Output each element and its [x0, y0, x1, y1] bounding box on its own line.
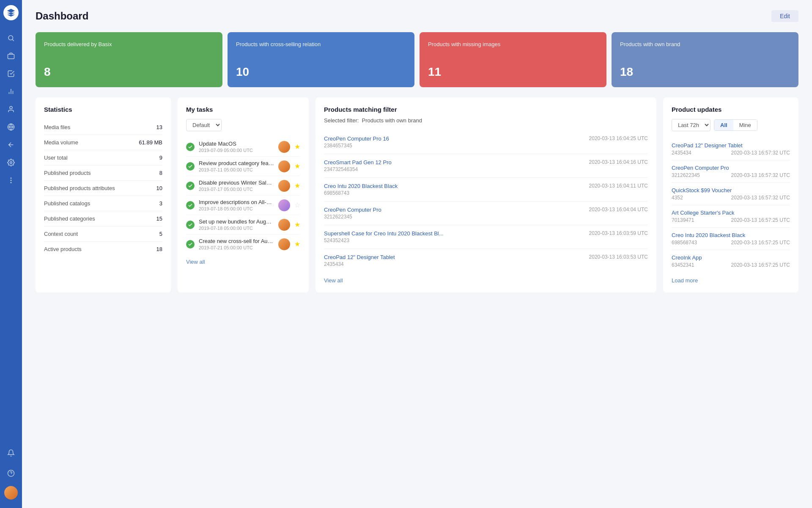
task-info-3: Improve descriptions on All-m... 2019-07… — [199, 199, 274, 211]
update-name-3[interactable]: Art College Starter's Pack — [672, 210, 790, 216]
products-view-all[interactable]: View all — [324, 277, 343, 284]
task-name-1[interactable]: Review product category featu... — [199, 160, 274, 166]
product-name-0[interactable]: CreoPen Computer Pro 16 — [324, 135, 389, 142]
sidebar-item-analytics[interactable] — [3, 84, 19, 99]
check-icon — [188, 203, 193, 208]
product-info-0: CreoPen Computer Pro 16 2384657345 — [324, 135, 389, 149]
sidebar-item-more[interactable] — [3, 173, 19, 188]
task-date-2: 2019-07-17 05:00:00 UTC — [199, 187, 274, 192]
load-more-link[interactable]: Load more — [672, 277, 698, 284]
more-icon — [7, 177, 15, 184]
stat-row-published-products: Published products 8 — [44, 166, 162, 181]
statistics-title: Statistics — [44, 106, 162, 113]
user-avatar[interactable] — [4, 486, 18, 500]
stat-card-delivered[interactable]: Products delivered by Basix 8 — [36, 32, 222, 87]
task-item-5: Create new cross-sell for Aug... 2019-07… — [186, 235, 300, 254]
update-meta-1: 3212622345 2020-03-13 16:57:32 UTC — [672, 172, 790, 178]
sidebar-item-search[interactable] — [3, 30, 19, 46]
stat-row-user-total-label: User total — [44, 155, 68, 161]
task-info-0: Update MacOS 2019-07-09 05:00:00 UTC — [199, 141, 274, 153]
task-name-3[interactable]: Improve descriptions on All-m... — [199, 199, 274, 205]
sidebar-item-users[interactable] — [3, 102, 19, 117]
task-star-5[interactable]: ★ — [294, 240, 300, 248]
stat-row-context-count-label: Context count — [44, 231, 78, 237]
update-name-1[interactable]: CreoPen Computer Pro — [672, 165, 790, 171]
updates-filter: Last 72h All Mine — [672, 119, 790, 131]
product-name-3[interactable]: CreoPen Computer Pro — [324, 207, 381, 213]
edit-button[interactable]: Edit — [771, 10, 798, 22]
product-row-3: CreoPen Computer Pro 3212622345 2020-03-… — [324, 202, 648, 225]
task-star-1[interactable]: ★ — [294, 162, 300, 170]
product-row-4: Supershell Case for Creo Intu 2020 Black… — [324, 225, 648, 249]
update-meta-4: 698568743 2020-03-13 16:57:25 UTC — [672, 240, 790, 246]
update-name-5[interactable]: CreoInk App — [672, 254, 790, 261]
task-check-5 — [186, 240, 195, 248]
task-filter-select[interactable]: Default — [186, 119, 222, 131]
stat-card-delivered-value: 8 — [44, 65, 214, 79]
stat-row-published-categories-value: 15 — [156, 215, 162, 222]
stat-card-cross-selling[interactable]: Products with cross-selling relation 10 — [228, 32, 414, 87]
tab-mine[interactable]: Mine — [733, 120, 757, 130]
task-star-0[interactable]: ★ — [294, 143, 300, 151]
task-avatar-2 — [278, 180, 290, 192]
task-name-0[interactable]: Update MacOS — [199, 141, 274, 147]
update-name-0[interactable]: CreoPad 12" Designer Tablet — [672, 142, 790, 149]
stat-card-own-brand[interactable]: Products with own brand 18 — [612, 32, 798, 87]
sidebar-item-settings[interactable] — [3, 155, 19, 170]
task-check-1 — [186, 162, 195, 171]
update-row-4: Creo Intu 2020 Blackest Black 698568743 … — [672, 228, 790, 250]
stat-row-published-products-value: 8 — [159, 170, 162, 176]
logo-icon — [6, 8, 16, 17]
tasks-title: My tasks — [186, 106, 300, 113]
statistics-rows: Media files 13 Media volume 61.89 MB Use… — [44, 120, 162, 257]
tab-all[interactable]: All — [714, 120, 733, 130]
user-icon — [7, 105, 15, 113]
tasks-view-all[interactable]: View all — [186, 259, 205, 265]
update-name-4[interactable]: Creo Intu 2020 Blackest Black — [672, 232, 790, 238]
update-row-5: CreoInk App 63452341 2020-03-13 16:57:25… — [672, 250, 790, 272]
sidebar-item-briefcase[interactable] — [3, 48, 19, 64]
product-name-5[interactable]: CreoPad 12" Designer Tablet — [324, 254, 395, 260]
main-content: Dashboard Edit Products delivered by Bas… — [22, 0, 812, 508]
product-name-4[interactable]: Supershell Case for Creo Intu 2020 Black… — [324, 230, 444, 237]
stat-card-missing-images[interactable]: Products with missing images 11 — [420, 32, 606, 87]
update-name-2[interactable]: QuickStock $99 Voucher — [672, 187, 790, 193]
stat-card-delivered-label: Products delivered by Basix — [44, 41, 214, 48]
sidebar-item-bell[interactable] — [3, 445, 19, 461]
task-name-4[interactable]: Set up new bundles for Augus... — [199, 218, 274, 225]
product-name-1[interactable]: CreoSmart Pad Gen 12 Pro — [324, 159, 392, 166]
product-updates-panel: Product updates Last 72h All Mine CreoPa… — [663, 97, 798, 293]
check-icon — [188, 242, 193, 247]
task-star-3[interactable]: ☆ — [294, 201, 300, 209]
svg-line-1 — [12, 39, 14, 41]
task-name-2[interactable]: Disable previous Winter Sale c... — [199, 179, 274, 186]
task-item-2: Disable previous Winter Sale c... 2019-0… — [186, 176, 300, 196]
stat-card-own-brand-label: Products with own brand — [620, 41, 790, 48]
sidebar-item-help[interactable] — [3, 466, 19, 481]
sidebar-item-back[interactable] — [3, 137, 19, 152]
sidebar-item-tasks[interactable] — [3, 66, 19, 81]
product-date-4: 2020-03-13 16:03:59 UTC — [589, 230, 648, 236]
product-info-5: CreoPad 12" Designer Tablet 2435434 — [324, 254, 395, 267]
update-date-1: 2020-03-13 16:57:32 UTC — [731, 172, 790, 178]
product-row-0: CreoPen Computer Pro 16 2384657345 2020-… — [324, 130, 648, 154]
task-item-3: Improve descriptions on All-m... 2019-07… — [186, 196, 300, 215]
task-star-2[interactable]: ★ — [294, 182, 300, 190]
content-row: Statistics Media files 13 Media volume 6… — [36, 97, 798, 293]
product-id-1: 234732546354 — [324, 166, 392, 172]
check-icon — [188, 222, 193, 227]
stat-row-media-files-value: 13 — [156, 124, 162, 130]
stat-card-missing-images-label: Products with missing images — [428, 41, 598, 48]
task-name-5[interactable]: Create new cross-sell for Aug... — [199, 238, 274, 244]
sidebar-item-globe[interactable] — [3, 119, 19, 135]
time-filter-select[interactable]: Last 72h — [672, 119, 710, 131]
product-name-2[interactable]: Creo Intu 2020 Blackest Black — [324, 183, 398, 189]
stat-row-published-products-label: Published products — [44, 170, 91, 176]
tasks-panel: My tasks Default Update MacOS 2019-07-09… — [178, 97, 309, 293]
briefcase-icon — [7, 52, 15, 60]
logo[interactable] — [3, 5, 19, 20]
page-title: Dashboard — [36, 10, 88, 22]
stat-row-published-categories: Published categories 15 — [44, 211, 162, 226]
task-star-4[interactable]: ★ — [294, 221, 300, 229]
arrow-left-icon — [7, 141, 15, 149]
